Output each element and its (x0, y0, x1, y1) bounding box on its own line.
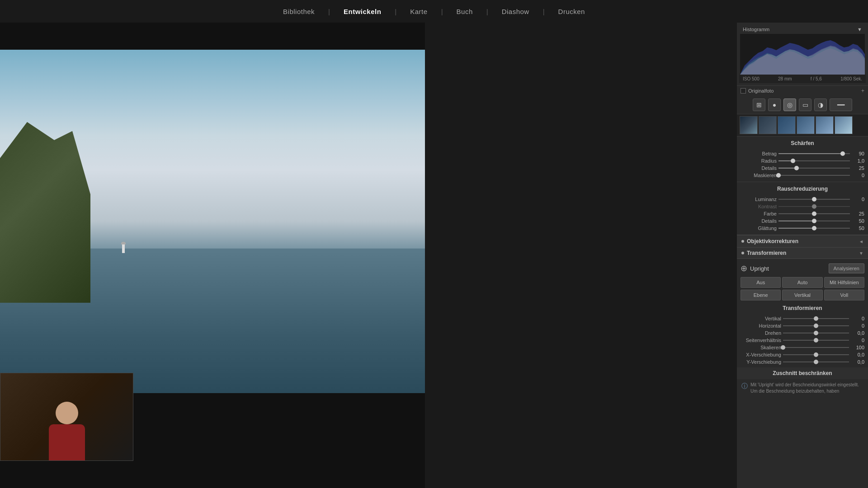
originalfoto-checkbox[interactable] (741, 88, 746, 94)
nav-entwickeln[interactable]: Entwickeln (344, 8, 381, 15)
glaettung-slider[interactable] (778, 228, 850, 229)
person-body (49, 424, 85, 460)
upright-label: Upright (750, 265, 825, 272)
tool-square[interactable]: ▭ (799, 99, 811, 111)
nav-buch[interactable]: Buch (457, 8, 473, 15)
tone-thumb-6[interactable] (835, 116, 853, 134)
details-slider[interactable] (778, 168, 850, 169)
tool-slider[interactable]: ━━ (830, 99, 852, 111)
transform-plus-icon[interactable]: ⊕ (741, 263, 747, 273)
luminanz-slider[interactable] (778, 199, 850, 200)
kontrast-thumb (812, 204, 816, 209)
betrag-fill (778, 153, 843, 154)
farbe-thumb (812, 211, 816, 216)
upright-aus-btn[interactable]: Aus (741, 277, 781, 288)
nav-diashow[interactable]: Diashow (502, 8, 529, 15)
tone-thumb-5[interactable] (816, 116, 834, 134)
nav-bibliothek[interactable]: Bibliothek (283, 8, 315, 15)
cliff-area (0, 122, 90, 303)
histogram-focal: 28 mm (778, 76, 792, 81)
tone-thumb-1[interactable] (740, 116, 758, 134)
seitenverhaeltnis-label: Seitenverhältnis (741, 338, 781, 343)
analysieren-button[interactable]: Analysieren (829, 263, 864, 273)
x-verschiebung-row: X-Verschiebung 0,0 (737, 351, 868, 358)
seitenverhaeltnis-slider[interactable] (783, 340, 849, 341)
transform-sliders: Vertikal 0 Horizontal 0 Drehen 0,0 (737, 313, 868, 367)
glaettung-thumb (812, 226, 816, 230)
maskieren-label: Maskieren (741, 173, 777, 178)
transformieren-title: Transformieren (747, 250, 786, 256)
middle-background (425, 23, 518, 488)
x-verschiebung-thumb (814, 352, 818, 357)
skalieren-slider[interactable] (783, 347, 849, 348)
nav-karte[interactable]: Karte (410, 8, 427, 15)
x-verschiebung-slider[interactable] (783, 354, 849, 355)
betrag-slider[interactable] (778, 153, 850, 154)
top-navigation: Bibliothek | Entwickeln | Karte | Buch |… (0, 0, 868, 23)
radius-slider[interactable] (778, 160, 850, 161)
photo-background (0, 50, 425, 393)
tools-row: ⊞ ● ◎ ▭ ◑ ━━ (737, 96, 868, 114)
originalfoto-plus[interactable]: + (861, 88, 864, 94)
vertikal-slider[interactable] (783, 318, 849, 319)
farbe-slider[interactable] (778, 213, 850, 214)
nav-sep-3: | (441, 8, 443, 15)
horizontal-slider[interactable] (783, 325, 849, 326)
kontrast-label: Kontrast (741, 204, 777, 209)
tone-thumb-2[interactable] (759, 116, 777, 134)
glaettung-row: Glättung 50 (737, 225, 868, 232)
schaerfen-section: Schärfen Betrag 90 Radius 1,0 Details 25 (737, 136, 868, 182)
tone-thumb-4[interactable] (797, 116, 815, 134)
nav-drucken[interactable]: Drucken (558, 8, 585, 15)
schaerfen-title: Schärfen (737, 139, 868, 147)
rausch-details-row: Details 50 (737, 217, 868, 225)
upright-ebene-btn[interactable]: Ebene (741, 290, 781, 300)
histogram-meta: ISO 500 28 mm f / 5,6 1/800 Sek. (739, 75, 866, 83)
skalieren-thumb (781, 345, 785, 350)
betrag-value: 90 (852, 151, 864, 156)
transform-dot (741, 252, 744, 254)
tool-grid[interactable]: ⊞ (753, 99, 765, 111)
upright-mit-hilfslinien-btn[interactable]: Mit Hilfslinien (824, 277, 864, 288)
tool-circle-outline[interactable]: ◎ (783, 99, 796, 111)
vertikal-value: 0 (851, 316, 864, 321)
betrag-thumb (840, 151, 845, 156)
y-verschiebung-slider[interactable] (783, 361, 849, 362)
objekt-collapse-icon: ◄ (859, 239, 863, 244)
transformieren-header[interactable]: Transformieren ▼ (737, 248, 868, 259)
seitenverhaeltnis-thumb (814, 338, 818, 343)
radius-row: Radius 1,0 (737, 157, 868, 164)
tool-circle-full[interactable]: ● (768, 99, 781, 111)
histogram-aperture: f / 5,6 (811, 76, 822, 81)
webcam-overlay (0, 373, 133, 461)
histogram-title: Histogramm (743, 27, 769, 32)
glaettung-label: Glättung (741, 225, 777, 231)
upright-auto-btn[interactable]: Auto (782, 277, 822, 288)
luminanz-value: 0 (852, 197, 864, 202)
betrag-row: Betrag 90 (737, 150, 868, 157)
transform-left: Transformieren (741, 250, 786, 256)
horizontal-row: Horizontal 0 (737, 322, 868, 329)
originalfoto-text: Originalfoto (748, 88, 774, 94)
details-row: Details 25 (737, 164, 868, 172)
maskieren-slider[interactable] (778, 175, 850, 176)
rausch-details-slider[interactable] (778, 221, 850, 221)
nav-sep-2: | (395, 8, 396, 15)
person-silhouette (49, 402, 85, 460)
transform-sliders-title: Transformieren (737, 302, 868, 313)
drehen-slider[interactable] (783, 333, 849, 333)
kontrast-slider[interactable] (778, 206, 850, 207)
upright-row: Upright Analysieren (750, 263, 864, 273)
radius-value: 1,0 (852, 158, 864, 164)
rauschreduzierung-section: Rauschreduzierung Luminanz 0 Kontrast Fa… (737, 182, 868, 235)
upright-vertikal-btn[interactable]: Vertikal (782, 290, 822, 300)
objektivkorrekturen-header[interactable]: Objektivkorrekturen ◄ (737, 235, 868, 248)
zuschnitt-label: Zuschnitt beschränken (773, 370, 832, 376)
tool-gradient[interactable]: ◑ (814, 99, 827, 111)
tone-thumb-3[interactable] (778, 116, 796, 134)
lighthouse (122, 244, 125, 253)
originalfoto-label[interactable]: Originalfoto (741, 88, 774, 94)
nav-sep-1: | (328, 8, 330, 15)
y-verschiebung-row: Y-Verschiebung 0,0 (737, 358, 868, 366)
upright-voll-btn[interactable]: Voll (824, 290, 864, 300)
